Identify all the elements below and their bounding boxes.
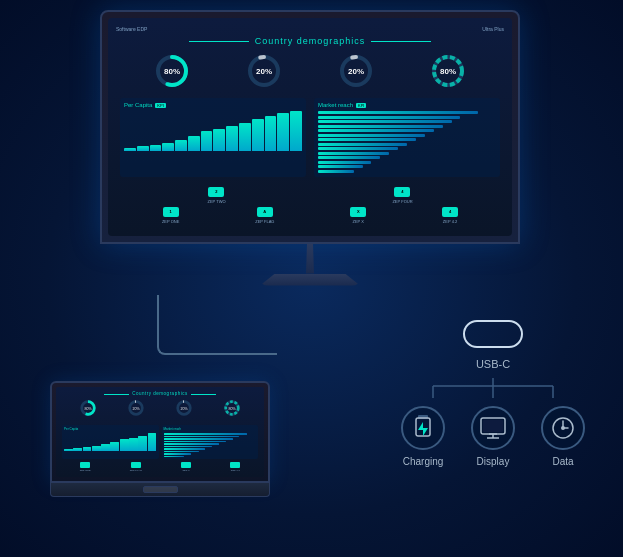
svg-text:20%: 20% (348, 67, 364, 76)
laptop: Country demographics 80% 20% (50, 381, 270, 497)
usbc-section: USB-C Charging (393, 320, 593, 467)
usbc-label: USB-C (476, 358, 510, 370)
usbc-icon (463, 320, 523, 348)
donut-item-2: 20% (245, 52, 283, 90)
display-icon-circle (471, 406, 515, 450)
monitor-top-label-left: Software EDP (116, 26, 147, 32)
charging-icon (412, 414, 434, 442)
data-label: Data (552, 456, 573, 467)
laptop-donut-2: 20% (127, 399, 145, 421)
donut-item-3: 20% (337, 52, 375, 90)
svg-text:80%: 80% (440, 67, 456, 76)
per-capita-label: Per Capita KPI (124, 102, 302, 108)
charging-label: Charging (403, 456, 444, 467)
laptop-screen: Country demographics 80% 20% (56, 387, 264, 477)
svg-text:20%: 20% (132, 407, 140, 411)
per-capita-chart: Per Capita KPI (120, 98, 306, 177)
donut-item-1: 80% (153, 52, 191, 90)
laptop-trackpad (143, 486, 178, 493)
conn-node-1: 1 ZEP ONE (162, 207, 180, 224)
monitor-screen: Software EDP Ultra Plus Country demograp… (108, 18, 512, 236)
display-label: Display (477, 456, 510, 467)
laptop-donut-4: 80% (223, 399, 241, 421)
data-icon-circle (541, 406, 585, 450)
monitor-frame: Software EDP Ultra Plus Country demograp… (100, 10, 520, 244)
laptop-donuts: 80% 20% 20% (60, 399, 260, 421)
svg-marker-31 (418, 422, 428, 436)
donut-item-4: 80% (429, 52, 467, 90)
laptop-per-capita-chart: Per Capita (62, 425, 159, 459)
svg-text:80%: 80% (164, 67, 180, 76)
icons-row: Charging Display (393, 406, 593, 467)
conn-node-2: A ZEP FLAG (255, 207, 274, 224)
svg-rect-33 (483, 420, 503, 432)
data-icon (551, 416, 575, 440)
svg-text:20%: 20% (180, 407, 188, 411)
conn-node-3: X ZEP X (350, 207, 366, 224)
conn-node-4: 4 ZEP 4.2 (442, 207, 458, 224)
svg-text:20%: 20% (256, 67, 272, 76)
display-item: Display (471, 406, 515, 467)
laptop-screen-title: Country demographics (60, 391, 260, 396)
connection-area: 2 ZEP TWO 4 ZEP FOUR 1 ZEP ONE A (116, 183, 504, 228)
data-item: Data (541, 406, 585, 467)
screen-title: Country demographics (116, 36, 504, 46)
cable-line (157, 295, 277, 355)
laptop-screen-frame: Country demographics 80% 20% (50, 381, 270, 483)
laptop-base (50, 483, 270, 497)
display-icon (479, 417, 507, 439)
monitor-base (260, 274, 360, 286)
svg-text:80%: 80% (228, 407, 236, 411)
monitor: Software EDP Ultra Plus Country demograp… (100, 10, 520, 286)
charging-item: Charging (401, 406, 445, 467)
conn-node-top-1: 2 ZEP TWO (207, 187, 225, 204)
svg-text:80%: 80% (84, 407, 92, 411)
monitor-neck (300, 244, 320, 274)
laptop-conn-area: ZEP ONE ZEP FLAG ZEP X ZEP 4.2 (60, 462, 260, 472)
tree-lines (403, 378, 583, 398)
market-reach-chart: Market reach KPI (314, 98, 500, 177)
monitor-top-bar: Software EDP Ultra Plus (116, 26, 504, 32)
charging-icon-circle (401, 406, 445, 450)
laptop-charts: Per Capita Market re (60, 425, 260, 459)
donuts-row: 80% 20% 20% (116, 52, 504, 90)
charts-row: Per Capita KPI (116, 98, 504, 177)
laptop-donut-3: 20% (175, 399, 193, 421)
bar-chart-area (124, 111, 302, 151)
monitor-top-label-right: Ultra Plus (482, 26, 504, 32)
hbar-chart-area (318, 111, 496, 173)
laptop-market-reach-chart: Market reach (162, 425, 259, 459)
market-reach-label: Market reach KPI (318, 102, 496, 108)
conn-node-top-2: 4 ZEP FOUR (392, 187, 412, 204)
laptop-donut-1: 80% (79, 399, 97, 421)
